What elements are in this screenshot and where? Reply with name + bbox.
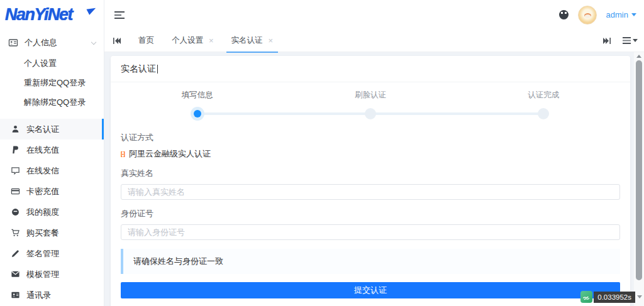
execution-time-badge[interactable]: 0.033952s (594, 292, 635, 303)
sidebar-item-my-quota[interactable]: 我的额度 (0, 202, 104, 222)
sidebar-item-label: 实名认证 (26, 124, 59, 135)
sidebar-subitem-personal-settings[interactable]: 个人设置 (0, 53, 104, 73)
sidebar-submenu: 个人设置 重新绑定QQ登录 解除绑定QQ登录 (0, 53, 104, 112)
close-icon[interactable]: × (269, 36, 274, 45)
sidebar-item-contacts[interactable]: 通讯录 (0, 285, 104, 305)
step-dot (365, 108, 376, 119)
pen-icon (10, 249, 20, 259)
avatar[interactable] (578, 6, 597, 25)
step-label: 填写信息 (111, 90, 284, 101)
id-number-input[interactable] (121, 224, 620, 240)
user-menu[interactable]: admin (606, 10, 636, 19)
scrollbar-thumb[interactable] (636, 60, 642, 280)
brand-arrow-icon (86, 5, 97, 14)
step-complete: 认证完成 (457, 90, 630, 124)
chevron-down-icon (631, 13, 636, 16)
tab-realname-auth[interactable]: 实名认证 × (223, 30, 282, 52)
chevron-down-icon[interactable] (637, 295, 642, 298)
tab-personal-settings[interactable]: 个人设置 × (163, 30, 223, 52)
brand-logo[interactable]: NanYiNet (0, 0, 104, 30)
sidebar-item-online-recharge[interactable]: 在线充值 (0, 139, 104, 160)
tab-label: 实名认证 (231, 35, 263, 46)
sidebar-item-signature-mgmt[interactable]: 签名管理 (0, 243, 104, 264)
topbar-right: admin (559, 6, 644, 25)
sidebar-items: 实名认证 在线充值 在线发信 卡密充值 (0, 119, 104, 305)
step-face-auth: 刷脸认证 (284, 90, 457, 124)
topbar: admin (104, 0, 644, 30)
sidebar: NanYiNet 个人信息 个人设置 重新绑定QQ登录 解除绑定QQ登录 实名认… (0, 0, 104, 306)
consistency-tip: 请确保姓名与身份证一致 (121, 249, 620, 274)
tab-menu-icon[interactable] (623, 37, 638, 44)
person-id-icon (10, 124, 20, 134)
thinkphp-icon[interactable] (580, 291, 592, 303)
sidebar-item-label: 在线发信 (26, 165, 59, 177)
tabbar: 首页 个人设置 × 实名认证 × (104, 30, 644, 52)
tab-scroll-left-icon[interactable] (104, 30, 130, 52)
chat-icon (10, 166, 20, 176)
sidebar-group-personal-info[interactable]: 个人信息 (0, 32, 104, 53)
sidebar-item-online-sms[interactable]: 在线发信 (0, 160, 104, 181)
step-label: 认证完成 (457, 90, 630, 101)
tab-label: 个人设置 (172, 35, 203, 46)
tab-label: 首页 (138, 35, 154, 46)
step-dot-active (194, 110, 201, 117)
text-cursor (157, 65, 158, 74)
sidebar-menu: 个人信息 个人设置 重新绑定QQ登录 解除绑定QQ登录 实名认证 在线充值 (0, 30, 104, 305)
cart-icon (10, 228, 20, 238)
id-label: 身份证号 (121, 208, 620, 219)
sidebar-item-buy-package[interactable]: 购买套餐 (0, 222, 104, 243)
page-title: 实名认证 (121, 63, 156, 75)
sidebar-group-label: 个人信息 (25, 37, 57, 48)
step-fill-info: 填写信息 (111, 90, 284, 124)
credit-card-icon (10, 187, 20, 197)
sidebar-item-label: 我的额度 (26, 207, 59, 218)
contacts-icon (10, 290, 20, 300)
stepper: 填写信息 刷脸认证 认证完成 (111, 82, 630, 124)
tab-scroll-right-icon[interactable] (602, 37, 611, 45)
sidebar-item-realname-auth[interactable]: 实名认证 (0, 119, 104, 139)
sidebar-item-template-mgmt[interactable]: 模板管理 (0, 264, 104, 285)
method-value: 阿里云金融级实人认证 (129, 148, 211, 160)
realname-auth-card: 实名认证 填写信息 刷脸认证 认证完成 认证方式 [-] 阿里云金融级实人认证 (111, 56, 630, 306)
step-dot (538, 108, 549, 119)
sidebar-item-label: 在线充值 (26, 145, 59, 156)
envelope-icon (10, 270, 20, 280)
language-icon[interactable] (559, 10, 569, 19)
tab-home[interactable]: 首页 (130, 30, 163, 52)
card-header: 实名认证 (111, 56, 630, 82)
method-row: [-] 阿里云金融级实人认证 (121, 148, 620, 160)
step-label: 刷脸认证 (284, 90, 457, 101)
real-name-input[interactable] (121, 184, 620, 200)
sidebar-subitem-unbind-qq[interactable]: 解除绑定QQ登录 (0, 92, 104, 112)
alibaba-cloud-icon: [-] (121, 151, 125, 157)
method-label: 认证方式 (121, 132, 620, 143)
vertical-scrollbar[interactable] (634, 52, 644, 306)
scroll-up-arrow-icon[interactable] (636, 55, 641, 58)
sidebar-item-label: 卡密充值 (26, 186, 59, 197)
hamburger-icon[interactable] (114, 9, 125, 21)
trace-widget: 0.033952s (580, 291, 642, 303)
name-label: 真实姓名 (121, 168, 620, 179)
coin-icon (10, 207, 20, 217)
auth-form: 认证方式 [-] 阿里云金融级实人认证 真实姓名 身份证号 请确保姓名与身份证一… (111, 132, 630, 306)
sidebar-item-label: 签名管理 (26, 248, 59, 260)
chevron-down-icon (633, 39, 638, 42)
sidebar-item-card-recharge[interactable]: 卡密充值 (0, 181, 104, 202)
paypal-icon (10, 145, 20, 155)
id-card-icon (8, 38, 18, 48)
content-area: 实名认证 填写信息 刷脸认证 认证完成 认证方式 [-] 阿里云金融级实人认证 (104, 52, 644, 306)
tabbar-right (602, 37, 644, 45)
sidebar-subitem-rebind-qq[interactable]: 重新绑定QQ登录 (0, 73, 104, 92)
close-icon[interactable]: × (209, 36, 214, 45)
sidebar-item-label: 购买套餐 (26, 227, 59, 239)
username-label: admin (606, 10, 628, 19)
brand-logo-text: NanYiNet (5, 5, 72, 25)
sidebar-item-label: 通讯录 (26, 290, 51, 301)
sidebar-item-label: 模板管理 (26, 269, 59, 280)
chevron-down-icon (91, 39, 96, 44)
submit-auth-button[interactable]: 提交认证 (121, 282, 620, 298)
